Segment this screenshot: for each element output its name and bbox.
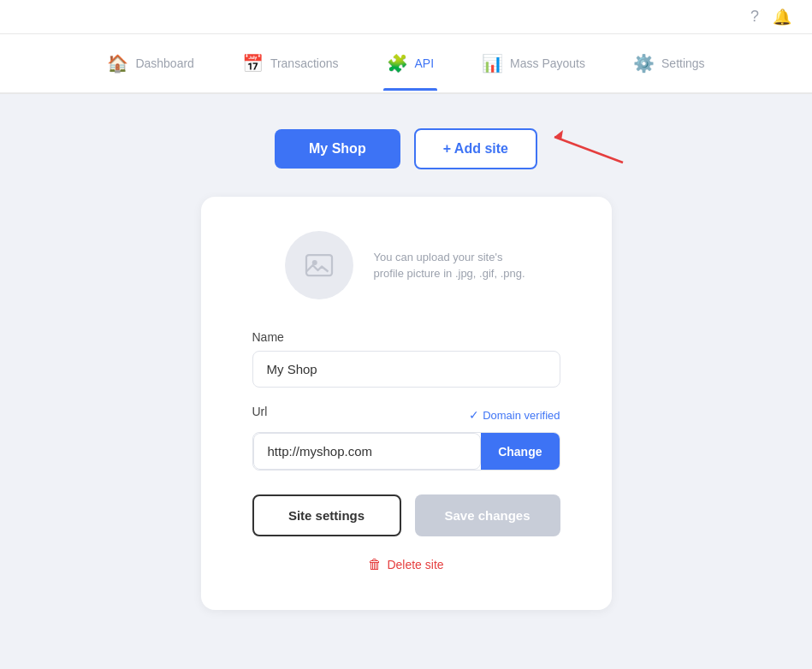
nav-label-transactions: Transactions [270,56,339,70]
url-input[interactable] [253,433,482,470]
avatar-hint: You can upload your site's profile pictu… [374,249,528,282]
site-settings-button[interactable]: Site settings [252,494,401,536]
main-nav: 🏠 Dashboard 📅 Transactions 🧩 API 📊 Mass … [0,34,812,94]
dashboard-icon: 🏠 [107,53,128,74]
image-placeholder-icon [304,250,335,281]
avatar-section: You can upload your site's profile pictu… [252,231,560,299]
url-field-group: Url ✓ Domain verified Change [252,405,560,471]
nav-label-dashboard: Dashboard [135,56,194,70]
site-settings-card: You can upload your site's profile pictu… [201,197,612,610]
url-label: Url [252,405,268,418]
svg-line-0 [554,137,623,163]
nav-item-mass-payouts[interactable]: 📊 Mass Payouts [478,46,589,80]
avatar-upload[interactable] [285,231,353,299]
delete-site-label: Delete site [387,558,443,571]
action-buttons: Site settings Save changes [252,494,560,536]
svg-marker-1 [554,130,563,140]
url-field-row: Url ✓ Domain verified [252,405,560,425]
top-bar: ? 🔔 [0,0,812,34]
help-icon[interactable]: ? [750,8,759,26]
nav-label-settings: Settings [661,56,705,70]
change-url-button[interactable]: Change [481,433,559,470]
url-input-wrapper: Change [252,432,560,471]
nav-item-settings[interactable]: ⚙️ Settings [630,46,708,80]
transactions-icon: 📅 [242,53,264,74]
my-shop-button[interactable]: My Shop [275,129,400,169]
main-content: My Shop + Add site You can upload your s… [0,94,812,644]
nav-label-mass-payouts: Mass Payouts [510,56,585,70]
domain-verified-label: Domain verified [483,409,560,422]
name-input[interactable] [252,351,560,388]
svg-rect-2 [306,255,332,275]
trash-icon: 🗑 [368,557,382,572]
check-icon: ✓ [469,408,479,422]
settings-icon: ⚙️ [633,53,655,74]
api-icon: 🧩 [387,53,408,74]
name-label: Name [252,330,560,344]
site-selector: My Shop + Add site [275,128,537,169]
nav-label-api: API [415,56,435,70]
mass-payouts-icon: 📊 [482,53,503,74]
name-field-group: Name [252,330,560,388]
domain-verified-badge: ✓ Domain verified [469,408,560,422]
save-changes-button[interactable]: Save changes [415,494,560,536]
bell-icon[interactable]: 🔔 [773,8,791,27]
nav-item-dashboard[interactable]: 🏠 Dashboard [104,46,198,80]
add-site-button[interactable]: + Add site [414,128,537,169]
delete-site-link[interactable]: 🗑 Delete site [252,554,560,576]
nav-item-api[interactable]: 🧩 API [383,46,438,80]
arrow-annotation [537,103,674,171]
nav-item-transactions[interactable]: 📅 Transactions [239,46,342,80]
